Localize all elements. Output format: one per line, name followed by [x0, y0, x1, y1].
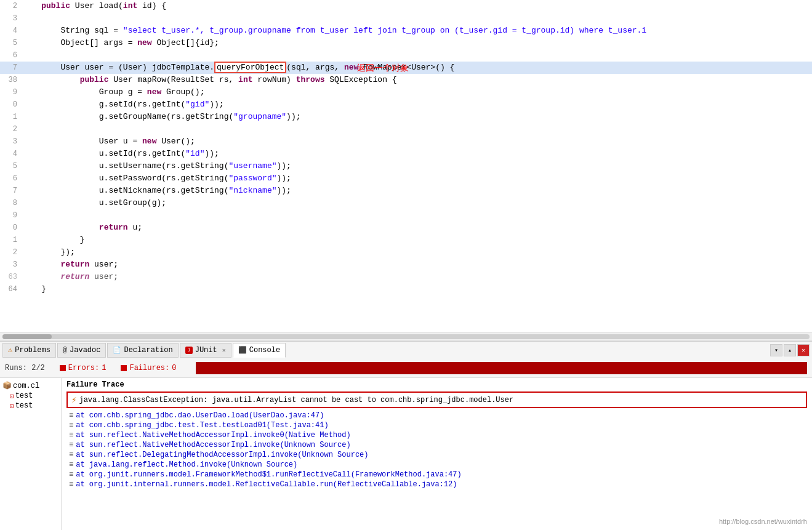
tab-junit[interactable]: J JUnit ✕ [180, 343, 231, 358]
test-ok-icon: ⊡ [10, 392, 14, 400]
failures-label: Failures: 0 [121, 364, 176, 372]
failure-square-icon [121, 365, 127, 371]
code-line: 9 Group g = new Group(); [0, 86, 812, 98]
code-line: 2 }); [0, 246, 812, 259]
doc-icon: 📄 [113, 346, 121, 354]
stack-line-2[interactable]: ≡ at sun.reflect.NativeMethodAccessorImp… [66, 430, 807, 440]
junit-content: 📦 com.cl ⊡ test ⊡ test Failure Trace ⚡ j… [0, 378, 812, 530]
exception-line: ⚡ java.lang.ClassCastException: java.uti… [66, 391, 807, 408]
code-line: 4 u.setId(rs.getInt("id")); [0, 148, 812, 160]
stack-line-3[interactable]: ≡ at sun.reflect.NativeMethodAccessorImp… [66, 440, 807, 450]
stack-text-7: at org.junit.internal.runners.model.Refl… [76, 480, 457, 489]
code-line: 64 } [0, 283, 812, 295]
progress-bar [196, 362, 807, 374]
stack-line-1[interactable]: ≡ at com.chb.spring_jdbc.test.Test.testL… [66, 420, 807, 430]
failure-trace: Failure Trace ⚡ java.lang.ClassCastExcep… [62, 378, 812, 530]
error-square-icon [60, 365, 66, 371]
tab-junit-close[interactable]: ✕ [222, 347, 226, 354]
junit-icon: J [185, 347, 193, 354]
tab-declaration-label: Declaration [124, 346, 172, 355]
tree-item-label: test [15, 391, 33, 400]
stack-line-5[interactable]: ≡ at java.lang.reflect.Method.invoke(Unk… [66, 460, 807, 470]
stack-icon: ≡ [69, 431, 73, 440]
stack-text-1: at com.chb.spring_jdbc.test.Test.testLoa… [76, 421, 328, 430]
code-line: 1 g.setGroupName(rs.getString("groupname… [0, 111, 812, 123]
exception-text: java.lang.ClassCastException: java.util.… [79, 396, 513, 404]
tab-problems-label: Problems [15, 346, 50, 355]
stack-line-0[interactable]: ≡ at com.chb.spring_jdbc.dao.UserDao.loa… [66, 411, 807, 420]
runs-bar: Runs: 2/2 Errors: 1 Failures: 0 [0, 358, 812, 378]
code-line: 3 [0, 12, 812, 25]
scrollbar-track[interactable] [2, 334, 810, 339]
stack-icon: ≡ [69, 411, 73, 420]
scrollbar-thumb[interactable] [2, 334, 52, 339]
stack-icon: ≡ [69, 451, 73, 459]
stack-text-4: at sun.reflect.DelegatingMethodAccessorI… [76, 451, 368, 459]
stack-icon: ≡ [69, 421, 73, 430]
tab-nav-close[interactable]: ✕ [797, 344, 810, 356]
stack-line-7[interactable]: ≡ at org.junit.internal.runners.model.Re… [66, 480, 807, 489]
code-line: 0 g.setId(rs.getInt("gid")); [0, 98, 812, 111]
stack-text-2: at sun.reflect.NativeMethodAccessorImpl.… [76, 431, 350, 440]
stack-text-5: at java.lang.reflect.Method.invoke(Unkno… [76, 460, 297, 469]
junit-panel: Runs: 2/2 Errors: 1 Failures: 0 📦 com.cl… [0, 358, 812, 530]
tree-item-package[interactable]: 📦 com.cl [2, 380, 58, 391]
tab-declaration[interactable]: 📄 Declaration [107, 343, 178, 358]
junit-tree: 📦 com.cl ⊡ test ⊡ test [0, 378, 62, 530]
code-line: 1 } [0, 234, 812, 246]
code-line: 5 Object[] args = new Object[]{id}; [0, 37, 812, 49]
code-line: 3 User u = new User(); [0, 135, 812, 148]
tree-item-test2[interactable]: ⊡ test [2, 401, 58, 411]
code-line: 2 public User load(int id) { [0, 0, 812, 12]
horizontal-scrollbar[interactable] [0, 332, 812, 341]
runs-text: Runs: [5, 364, 27, 372]
tab-console-label: Console [249, 346, 280, 355]
package-icon: 📦 [2, 381, 12, 390]
runs-label: Runs: 2/2 [5, 364, 45, 372]
code-line: 38 public User mapRow(ResultSet rs, int … [0, 74, 812, 86]
code-line: 7 u.setNickname(rs.getString("nickname")… [0, 185, 812, 197]
tab-javadoc[interactable]: @ Javadoc [57, 343, 107, 358]
tab-javadoc-label: Javadoc [70, 346, 100, 355]
test-icon: ⊡ [10, 402, 14, 410]
stack-icon: ≡ [69, 480, 73, 489]
code-content: 2 public User load(int id) { 3 4 String … [0, 0, 812, 332]
stack-line-6[interactable]: ≡ at org.junit.runners.model.FrameworkMe… [66, 470, 807, 480]
code-line: 6 u.setPassword(rs.getString("password")… [0, 172, 812, 185]
warning-icon: ⚠ [8, 345, 12, 355]
at-icon: @ [63, 346, 67, 355]
stack-text-0: at com.chb.spring_jdbc.dao.UserDao.load(… [76, 411, 324, 420]
code-line: 4 String sql = "select t_user.*, t_group… [0, 25, 812, 37]
tab-nav-up[interactable]: ▴ [784, 344, 796, 356]
stack-icon: ≡ [69, 441, 73, 449]
code-line: 3 return user; [0, 259, 812, 271]
stack-text-6: at org.junit.runners.model.FrameworkMeth… [76, 470, 462, 479]
tab-nav-buttons: ▾ ▴ ✕ [770, 344, 810, 356]
runs-value: 2/2 [31, 364, 45, 372]
tab-nav-down[interactable]: ▾ [770, 344, 782, 356]
code-editor: 2 public User load(int id) { 3 4 String … [0, 0, 812, 332]
code-line: 63 return user; [0, 271, 812, 283]
code-line: 2 [0, 123, 812, 135]
stack-icon: ≡ [69, 470, 73, 479]
tree-item-label: com.cl [13, 382, 39, 390]
tree-item-label: test [15, 401, 33, 410]
stack-text-3: at sun.reflect.NativeMethodAccessorImpl.… [76, 441, 350, 449]
code-line: 8 u.setGroup(g); [0, 197, 812, 209]
tab-junit-label: JUnit [195, 346, 217, 355]
errors-label: Errors: 1 [60, 364, 107, 372]
failure-title: Failure Trace [66, 380, 807, 389]
code-line: 6 [0, 49, 812, 62]
bottom-tabs: ⚠ Problems @ Javadoc 📄 Declaration J JUn… [0, 341, 812, 358]
tree-item-test1[interactable]: ⊡ test [2, 391, 58, 401]
stack-icon: ≡ [69, 460, 73, 469]
watermark: http://blog.csdn.net/wuxintdrh [719, 518, 807, 525]
tab-console[interactable]: ⬛ Console [233, 343, 286, 358]
code-line: 0 return u; [0, 222, 812, 234]
code-line: 9 [0, 209, 812, 222]
tab-problems[interactable]: ⚠ Problems [2, 343, 56, 358]
exception-icon: ⚡ [71, 395, 76, 405]
code-line-highlighted: 7 User user = (User) jdbcTemplate.queryF… [0, 62, 812, 74]
stack-line-4[interactable]: ≡ at sun.reflect.DelegatingMethodAccesso… [66, 450, 807, 460]
code-line: 5 u.setUsername(rs.getString("username")… [0, 160, 812, 172]
